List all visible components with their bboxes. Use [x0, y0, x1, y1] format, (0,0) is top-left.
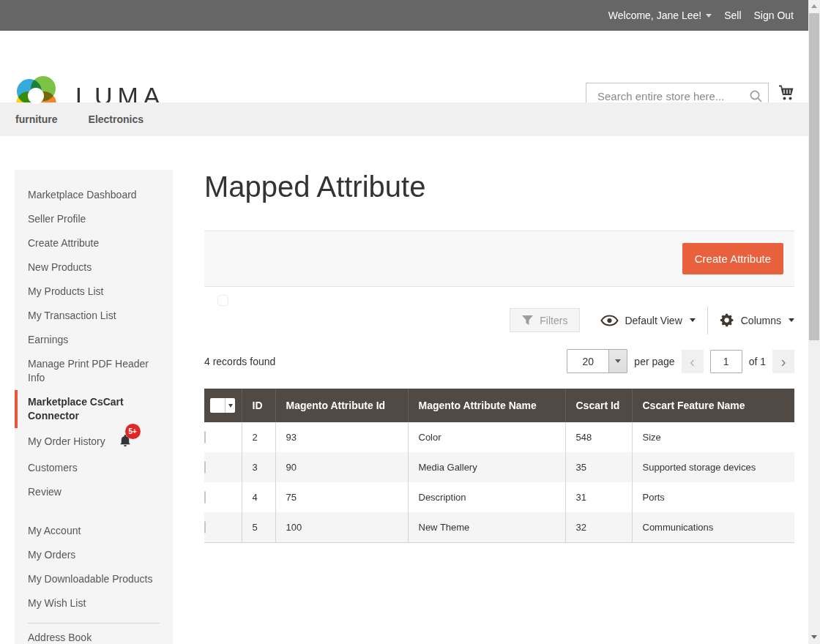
welcome-text: Welcome, Jane Lee!: [608, 10, 701, 21]
pager-row: 4 records found 20 per page ‹ of 1 ›: [204, 349, 794, 373]
sidebar-item-review[interactable]: Review: [15, 480, 173, 504]
table-cell: 90: [275, 452, 408, 482]
row-checkbox-cell: [204, 422, 242, 452]
sidebar-item-label: Earnings: [28, 334, 68, 345]
divider: [707, 307, 708, 334]
table-cell: 32: [565, 512, 632, 543]
sidebar-item-label: My Account: [28, 525, 81, 536]
vertical-scrollbar[interactable]: [808, 0, 820, 644]
table-cell: Supported storage devices: [632, 452, 794, 482]
sidebar-item-my-downloadable-products[interactable]: My Downloadable Products: [15, 567, 173, 591]
table-row: 390Media Gallery35Supported storage devi…: [204, 452, 794, 482]
row-checkbox[interactable]: [204, 461, 206, 473]
welcome-menu[interactable]: Welcome, Jane Lee!: [608, 10, 712, 21]
top-bar: Welcome, Jane Lee! Sell Sign Out: [0, 0, 808, 31]
stray-checkbox[interactable]: [217, 295, 228, 306]
page-total: of 1: [749, 356, 766, 367]
sidebar-item-label: Marketplace Dashboard: [28, 189, 137, 201]
column-header-cscart-feature-name[interactable]: Cscart Feature Name: [632, 389, 794, 422]
mapped-attribute-table: IDMagento Attribute IdMagento Attribute …: [204, 389, 794, 543]
sidebar-item-my-account[interactable]: My Account: [15, 519, 173, 543]
sidebar-item-marketplace-dashboard[interactable]: Marketplace Dashboard: [15, 183, 173, 207]
page-title: Mapped Attribute: [204, 170, 794, 203]
sidebar-item-create-attribute[interactable]: Create Attribute: [15, 231, 173, 255]
column-header-id[interactable]: ID: [242, 389, 275, 422]
gear-icon: [720, 312, 735, 328]
sidebar-item-my-wish-list[interactable]: My Wish List: [15, 591, 173, 615]
sidebar-item-seller-profile[interactable]: Seller Profile: [15, 207, 173, 231]
scroll-down-icon[interactable]: [808, 631, 820, 643]
sidebar-item-my-orders[interactable]: My Orders: [15, 543, 173, 567]
sidebar-item-label: Marketplace CsCart Connector: [28, 396, 124, 422]
row-checkbox-cell: [204, 452, 242, 482]
table-cell: Description: [408, 482, 565, 512]
per-page-label: per page: [634, 356, 674, 367]
table-cell: 31: [565, 482, 632, 512]
chevron-down-icon: [706, 14, 712, 18]
nav-item-furniture[interactable]: furniture: [0, 113, 73, 125]
row-checkbox-cell: [204, 512, 242, 543]
page: Welcome, Jane Lee! Sell Sign Out LUMA: [0, 0, 820, 644]
nav-item-electronics[interactable]: Electronics: [73, 113, 159, 125]
create-attribute-button[interactable]: Create Attribute: [682, 243, 783, 274]
sidebar-item-my-transaction-list[interactable]: My Transaction List: [15, 304, 173, 328]
scroll-up-icon[interactable]: [808, 0, 820, 12]
sell-link[interactable]: Sell: [724, 10, 741, 21]
column-header-magento-attribute-id[interactable]: Magento Attribute Id: [275, 389, 408, 422]
sidebar-item-label: Create Attribute: [28, 237, 99, 249]
pagination: 20 per page ‹ of 1 ›: [567, 349, 794, 373]
current-page-input[interactable]: [710, 350, 742, 373]
sidebar-item-label: My Products List: [28, 285, 103, 297]
filters-button[interactable]: Filters: [510, 308, 580, 332]
chevron-down-icon: [608, 350, 627, 372]
sidebar-item-marketplace-cscart-connector[interactable]: Marketplace CsCart Connector: [15, 390, 173, 428]
sidebar-item-label: Customers: [28, 462, 78, 473]
select-all-dropdown[interactable]: [210, 398, 235, 413]
sidebar-item-my-products-list[interactable]: My Products List: [15, 280, 173, 304]
table-cell: Size: [632, 422, 794, 452]
row-checkbox[interactable]: [204, 431, 206, 443]
sidebar-item-label: New Products: [28, 261, 92, 273]
sidebar-item-label: My Downloadable Products: [28, 573, 152, 585]
chevron-down-icon: [690, 318, 696, 322]
table-row: 5100New Theme32Communications: [204, 512, 794, 543]
sidebar-item-customers[interactable]: Customers: [15, 456, 173, 480]
table-cell: Media Gallery: [408, 452, 565, 482]
column-header-magento-attribute-name[interactable]: Magento Attribute Name: [408, 389, 565, 422]
scrollbar-thumb[interactable]: [809, 13, 819, 340]
select-all-header: [204, 389, 242, 422]
table-cell: 3: [242, 452, 275, 482]
notification-bell-icon[interactable]: 5+: [119, 433, 132, 451]
sidebar-item-label: My Order History: [28, 435, 105, 447]
table-cell: Communications: [632, 512, 794, 543]
prev-page-button[interactable]: ‹: [682, 350, 704, 373]
sidebar-item-label: Address Book: [28, 632, 92, 643]
chevron-down-icon: [225, 398, 235, 413]
sidebar-item-label: My Orders: [28, 549, 75, 561]
sidebar-item-label: Review: [28, 486, 61, 498]
columns-dropdown[interactable]: Columns: [720, 312, 794, 328]
select-all-checkbox: [210, 398, 225, 413]
sidebar-item-label: My Transaction List: [28, 310, 116, 321]
table-cell: 4: [242, 482, 275, 512]
view-dropdown[interactable]: Default View: [600, 315, 695, 326]
column-header-cscart-id[interactable]: Cscart Id: [565, 389, 632, 422]
sidebar-item-manage-print-pdf-header-info[interactable]: Manage Print PDF Header Info: [15, 352, 173, 390]
sidebar-item-earnings[interactable]: Earnings: [15, 328, 173, 352]
table-cell: New Theme: [408, 512, 565, 543]
sidebar-item-address-book[interactable]: Address Book: [15, 626, 173, 644]
row-checkbox[interactable]: [204, 491, 206, 503]
sign-out-link[interactable]: Sign Out: [754, 10, 794, 21]
table-cell: 35: [565, 452, 632, 482]
next-page-button[interactable]: ›: [772, 350, 794, 373]
sidebar-item-label: My Wish List: [28, 597, 86, 609]
main-nav: furniture Electronics: [0, 102, 808, 136]
sidebar-item-my-order-history[interactable]: My Order History 5+: [15, 428, 173, 456]
sidebar-item-new-products[interactable]: New Products: [15, 255, 173, 280]
table-cell: Ports: [632, 482, 794, 512]
main-content: Mapped Attribute Create Attribute Filter…: [204, 165, 794, 543]
row-checkbox[interactable]: [204, 521, 206, 533]
table-cell: 93: [275, 422, 408, 452]
per-page-select[interactable]: 20: [567, 349, 627, 373]
records-count: 4 records found: [204, 356, 275, 367]
